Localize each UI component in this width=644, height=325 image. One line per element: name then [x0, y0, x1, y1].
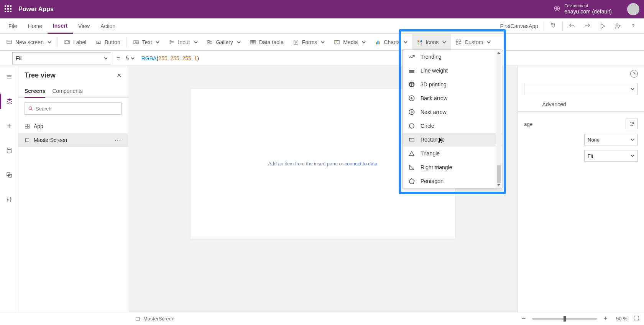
insert-media-button[interactable]: Media: [329, 34, 370, 51]
tree-item-app[interactable]: App: [18, 119, 128, 133]
scroll-down-arrow[interactable]: [496, 182, 501, 188]
formula-bar: Fill = fx RGBA(255, 255, 255, 1): [0, 51, 644, 66]
data-icon[interactable]: [0, 143, 18, 158]
icon-option-trending[interactable]: Trending: [403, 50, 502, 64]
back-arrow-icon: [408, 95, 415, 102]
menu-file[interactable]: File: [3, 18, 23, 33]
menu-home[interactable]: Home: [23, 18, 48, 33]
play-icon[interactable]: [595, 18, 610, 34]
insert-pane-icon[interactable]: [0, 118, 18, 134]
insert-charts-button[interactable]: Charts: [370, 34, 412, 51]
icon-option-rectangle[interactable]: Rectangle: [403, 133, 502, 147]
pentagon-icon: [408, 178, 415, 185]
icon-option-circle[interactable]: Circle: [403, 119, 502, 133]
app-checker-icon[interactable]: [545, 18, 561, 34]
user-avatar[interactable]: [627, 3, 639, 15]
formula-input[interactable]: RGBA(255, 255, 255, 1): [138, 55, 641, 61]
hamburger-icon[interactable]: [0, 69, 18, 84]
icon-option-right-triangle[interactable]: Right triangle: [403, 160, 502, 174]
fx-button[interactable]: fx: [125, 55, 134, 61]
tree-search-input[interactable]: [36, 106, 118, 112]
zoom-in-button[interactable]: +: [601, 314, 610, 323]
svg-point-28: [10, 199, 11, 200]
svg-rect-30: [25, 124, 27, 126]
menu-action[interactable]: Action: [95, 18, 121, 33]
svg-rect-21: [456, 40, 458, 42]
insert-text-button[interactable]: Abc Text: [128, 34, 164, 51]
tree-view-icon[interactable]: [0, 94, 18, 109]
line-weight-icon: [408, 67, 415, 74]
svg-rect-17: [377, 41, 378, 44]
insert-gallery-button[interactable]: Gallery: [202, 34, 245, 51]
svg-point-7: [98, 42, 99, 43]
zoom-handle[interactable]: [564, 316, 566, 322]
zoom-out-button[interactable]: −: [519, 314, 528, 323]
connect-to-data-link[interactable]: connect to data: [345, 161, 377, 167]
refresh-button[interactable]: [626, 119, 638, 129]
insert-ribbon: New screen Label Button Abc Text Input G…: [0, 34, 644, 51]
background-image-label: age: [524, 121, 622, 127]
fit-to-window-button[interactable]: [633, 315, 639, 322]
insert-button-button[interactable]: Button: [91, 34, 125, 51]
media-pane-icon[interactable]: [0, 167, 18, 183]
svg-rect-40: [136, 317, 139, 320]
right-triangle-icon: [408, 164, 415, 171]
icon-option-next-arrow[interactable]: Next arrow: [403, 105, 502, 119]
insert-custom-button[interactable]: Custom: [451, 34, 495, 51]
help-icon[interactable]: ?: [630, 70, 638, 78]
icons-dropdown-panel: Trending Line weight 3D printing Back ar…: [402, 49, 502, 188]
chevron-down-icon: [487, 39, 491, 45]
status-bar: MasterScreen − + 50 %: [0, 312, 644, 325]
icon-option-triangle[interactable]: Triangle: [403, 147, 502, 160]
icon-option-pentagon[interactable]: Pentagon: [403, 174, 502, 188]
insert-label-button[interactable]: Label: [59, 34, 91, 51]
undo-icon[interactable]: [564, 18, 580, 34]
tab-components[interactable]: Components: [52, 85, 82, 97]
icon-option-3d-printing[interactable]: 3D printing: [403, 78, 502, 91]
tree-search[interactable]: [25, 102, 122, 115]
zoom-slider[interactable]: [532, 318, 597, 320]
new-screen-button[interactable]: New screen: [2, 34, 56, 51]
redo-icon[interactable]: [580, 18, 595, 34]
environment-label: Environment: [564, 3, 612, 8]
app-launcher-icon[interactable]: [5, 5, 12, 13]
chevron-down-icon: [131, 55, 135, 61]
environment-name: enayu.com (default): [564, 8, 612, 15]
more-icon[interactable]: ···: [115, 137, 122, 143]
tab-advanced[interactable]: Advanced: [542, 97, 566, 111]
brand-title: Power Apps: [18, 6, 54, 13]
app-name-label[interactable]: FirstCanvasApp: [496, 18, 542, 33]
share-icon[interactable]: [610, 18, 626, 34]
svg-point-29: [29, 107, 31, 109]
svg-rect-22: [459, 40, 461, 42]
property-dropdown[interactable]: Fill: [12, 52, 111, 64]
menu-view[interactable]: View: [73, 18, 95, 33]
scroll-up-arrow[interactable]: [496, 50, 501, 56]
dropdown-scrollbar[interactable]: [496, 50, 501, 188]
insert-forms-button[interactable]: Forms: [288, 34, 330, 51]
insert-icons-button[interactable]: Icons: [412, 34, 451, 51]
icon-option-back-arrow[interactable]: Back arrow: [403, 91, 502, 105]
svg-rect-23: [456, 43, 458, 45]
tree-item-masterscreen[interactable]: MasterScreen ···: [18, 133, 128, 147]
property-name: Fill: [16, 55, 23, 61]
svg-rect-18: [379, 41, 380, 44]
svg-rect-33: [28, 127, 30, 129]
insert-input-button[interactable]: Input: [164, 34, 202, 51]
tab-screens[interactable]: Screens: [25, 85, 45, 98]
environment-picker[interactable]: Environment enayu.com (default): [554, 3, 612, 15]
image-position-select[interactable]: Fit: [584, 150, 638, 162]
property-object-dropdown[interactable]: [524, 83, 638, 95]
search-icon: [28, 106, 33, 111]
advanced-tools-icon[interactable]: [0, 192, 18, 207]
close-icon[interactable]: ✕: [117, 72, 122, 79]
scroll-thumb[interactable]: [497, 165, 501, 183]
help-icon[interactable]: [626, 18, 641, 34]
insert-datatable-button[interactable]: Data table: [245, 34, 288, 51]
background-image-select[interactable]: None: [584, 134, 638, 145]
svg-text:Abc: Abc: [135, 41, 139, 43]
svg-rect-4: [7, 40, 12, 43]
icon-option-line-weight[interactable]: Line weight: [403, 64, 502, 78]
svg-rect-39: [409, 138, 414, 141]
menu-insert[interactable]: Insert: [48, 18, 73, 34]
